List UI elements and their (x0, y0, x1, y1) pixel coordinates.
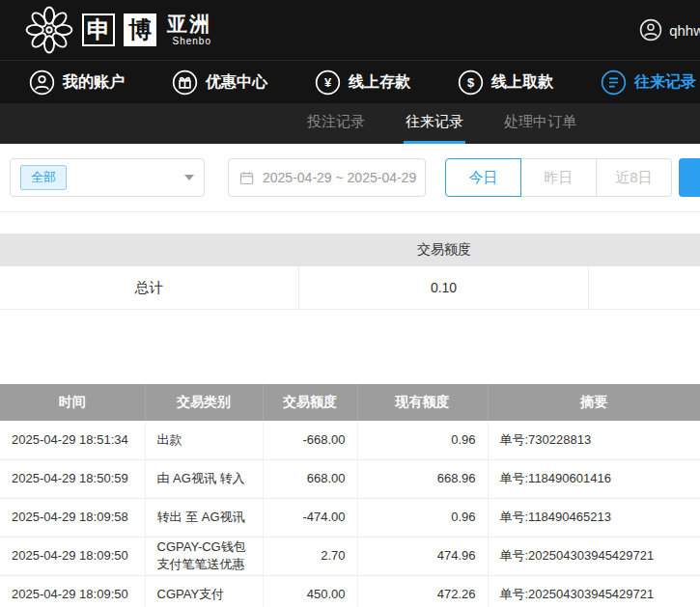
nav-item-label: 线上存款 (349, 72, 410, 93)
cell-type: 由 AG视讯 转入 (145, 459, 263, 498)
records-icon (601, 69, 627, 96)
col-amount: 交易额度 (263, 384, 357, 421)
tab-transaction-records[interactable]: 往来记录 (404, 103, 465, 144)
table-row: 2025-04-29 18:09:50 CGPAY-CG钱包支付笔笔送优惠 2.… (0, 537, 700, 575)
logo-region: 亚洲 Shenbo (167, 14, 211, 46)
logo-subtitle: Shenbo (167, 37, 211, 46)
col-balance: 现有额度 (357, 384, 488, 421)
nav-item-label: 往来记录 (634, 72, 696, 93)
tab-betting-records[interactable]: 投注记录 (305, 103, 367, 144)
cell-summary: 单号:118490601416 (488, 459, 700, 498)
cell-amount: 668.00 (263, 459, 357, 498)
nav-item-withdraw[interactable]: $ 线上取款 (458, 69, 553, 96)
main-nav: 我的账户 优惠中心 ¥ 线上存款 $ 线上取款 (0, 60, 700, 103)
withdraw-coin-icon: $ (458, 69, 484, 96)
calendar-icon (238, 170, 255, 186)
cell-balance: 668.96 (357, 459, 488, 498)
cell-type: CGPAY支付 (145, 575, 263, 607)
table-row: 2025-04-29 18:51:34 出款 -668.00 0.96 单号:7… (0, 421, 700, 459)
nav-item-deposit[interactable]: ¥ 线上存款 (315, 69, 410, 96)
cell-summary: 单号:118490465213 (488, 498, 700, 537)
cell-time: 2025-04-29 18:50:59 (0, 459, 145, 498)
col-type: 交易类别 (145, 384, 263, 421)
page: 申 博 亚洲 Shenbo qhhw 我的账户 (0, 0, 700, 607)
summary-total-value: 0.10 (299, 266, 589, 309)
username: qhhw (669, 22, 700, 39)
quick-range-group: 今日 昨日 近8日 (445, 158, 672, 197)
sub-nav: 投注记录 往来记录 处理中订单 (0, 103, 700, 144)
cell-amount: -474.00 (263, 498, 357, 537)
type-filter-select[interactable]: 全部 (10, 158, 205, 197)
summary-total-label: 总计 (0, 266, 299, 309)
cell-amount: 450.00 (263, 575, 357, 607)
tab-processing-orders[interactable]: 处理中订单 (502, 103, 578, 144)
summary-amount-header: 交易额度 (299, 241, 589, 259)
cell-type: CGPAY-CG钱包支付笔笔送优惠 (145, 537, 263, 575)
records-table: 时间 交易类别 交易额度 现有额度 摘要 2025-04-29 18:51:34… (0, 384, 700, 607)
cell-balance: 0.96 (357, 498, 488, 537)
summary-total-row: 总计 0.10 (0, 266, 700, 310)
logo-region-text: 亚洲 (167, 14, 211, 34)
date-range-value: 2025-04-29 ~ 2025-04-29 (263, 170, 416, 185)
yesterday-button[interactable]: 昨日 (520, 158, 597, 197)
cell-type: 转出 至 AG视讯 (145, 498, 263, 537)
logo-char-bo: 博 (124, 14, 156, 46)
summary-header-row: 交易额度 (0, 234, 700, 266)
cell-type: 出款 (145, 421, 263, 459)
cell-summary: 单号:730228813 (488, 421, 700, 459)
table-header-row: 时间 交易类别 交易额度 现有额度 摘要 (0, 384, 700, 421)
tab-label: 投注记录 (307, 113, 365, 131)
cell-summary: 单号:202504303945429721 (488, 537, 700, 575)
user-avatar-icon (639, 18, 662, 41)
nav-item-label: 我的账户 (63, 72, 125, 93)
svg-text:¥: ¥ (324, 75, 332, 90)
chevron-down-icon (184, 175, 194, 180)
nav-item-my-account[interactable]: 我的账户 (29, 69, 125, 96)
tab-label: 处理中订单 (504, 113, 576, 131)
filter-bar: 全部 2025-04-29 ~ 2025-04-29 今日 昨日 近8日 (0, 144, 700, 212)
cell-summary: 单号:202504303945429721 (488, 575, 700, 607)
nav-item-label: 优惠中心 (206, 72, 267, 93)
deposit-coin-icon: ¥ (315, 69, 341, 96)
date-range-picker[interactable]: 2025-04-29 ~ 2025-04-29 (228, 158, 426, 197)
cell-time: 2025-04-29 18:09:58 (0, 498, 145, 537)
top-bar: 申 博 亚洲 Shenbo qhhw (0, 0, 700, 60)
table-row: 2025-04-29 18:50:59 由 AG视讯 转入 668.00 668… (0, 459, 700, 498)
tab-label: 往来记录 (406, 113, 463, 131)
svg-text:$: $ (467, 75, 474, 90)
cell-time: 2025-04-29 18:09:50 (0, 537, 145, 575)
search-button[interactable] (679, 158, 700, 197)
cell-time: 2025-04-29 18:09:50 (0, 575, 145, 607)
logo-char-shen: 申 (82, 14, 115, 46)
col-time: 时间 (0, 384, 145, 421)
cell-balance: 472.26 (357, 575, 488, 607)
cell-balance: 0.96 (357, 421, 488, 459)
type-filter-chip: 全部 (20, 165, 67, 190)
cell-amount: 2.70 (263, 537, 357, 575)
cell-balance: 474.96 (357, 537, 488, 575)
nav-item-label: 线上取款 (491, 72, 553, 93)
nav-item-promotions[interactable]: 优惠中心 (172, 69, 267, 96)
account-icon (29, 69, 55, 96)
account-menu[interactable]: qhhw (639, 0, 700, 60)
flower-logo-icon (25, 6, 73, 54)
cell-time: 2025-04-29 18:51:34 (0, 421, 145, 459)
last-8-days-button[interactable]: 近8日 (596, 158, 672, 197)
nav-item-records[interactable]: 往来记录 (601, 69, 696, 96)
brand-logo[interactable]: 申 博 亚洲 Shenbo (25, 6, 211, 54)
table-row: 2025-04-29 18:09:50 CGPAY支付 450.00 472.2… (0, 575, 700, 607)
col-summary: 摘要 (488, 384, 700, 421)
table-row: 2025-04-29 18:09:58 转出 至 AG视讯 -474.00 0.… (0, 498, 700, 537)
cell-amount: -668.00 (263, 421, 357, 459)
summary-table: 交易额度 总计 0.10 (0, 234, 700, 310)
today-button[interactable]: 今日 (445, 158, 521, 197)
gift-icon (172, 69, 198, 96)
